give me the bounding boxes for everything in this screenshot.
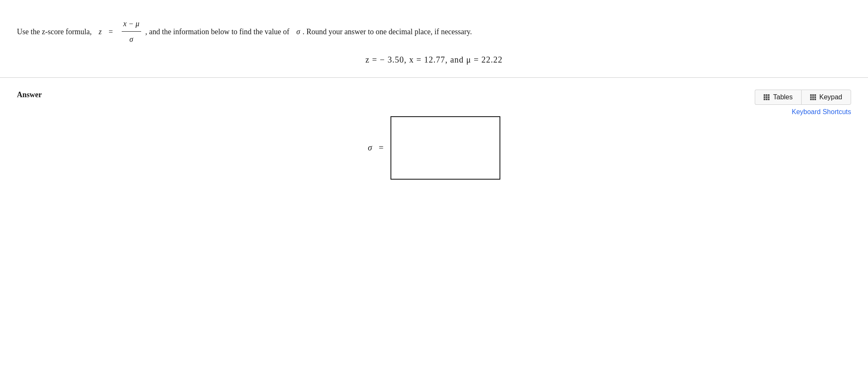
keyboard-shortcuts-link[interactable]: Keyboard Shortcuts — [792, 108, 851, 116]
problem-section: Use the z-score formula, z = x − μ σ , a… — [0, 0, 868, 78]
fraction-denominator: σ — [128, 32, 135, 46]
z-variable: z — [98, 25, 101, 38]
keypad-label: Keypad — [819, 93, 842, 101]
sigma-variable: σ — [296, 25, 300, 38]
equation-line: z = − 3.50, x = 12.77, and μ = 22.22 — [17, 55, 851, 65]
answer-label: Answer — [17, 90, 851, 99]
fraction: x − μ σ — [122, 17, 141, 46]
answer-section: Answer Tables — [0, 78, 868, 192]
toolbar-buttons: Tables Keypad Keyboard Shortcuts — [755, 90, 851, 116]
equation-text: z = − 3.50, x = 12.77, and μ = 22.22 — [366, 55, 503, 64]
tables-label: Tables — [773, 93, 792, 101]
equals-sign-1: = — [109, 25, 113, 38]
intro-text: Use the z-score formula, — [17, 25, 92, 38]
after-fraction-text: , and the information below to find the … — [145, 25, 289, 38]
sigma-input-label: σ — [368, 143, 372, 153]
keypad-button[interactable]: Keypad — [801, 90, 851, 105]
keypad-icon — [810, 94, 816, 100]
input-equals: = — [379, 143, 383, 153]
tables-button[interactable]: Tables — [755, 90, 801, 105]
problem-text: Use the z-score formula, z = x − μ σ , a… — [17, 17, 851, 46]
toolbar-row: Tables Keypad — [755, 90, 851, 105]
tables-icon — [764, 94, 770, 100]
answer-input[interactable] — [390, 116, 500, 180]
input-area: σ = — [17, 116, 851, 180]
fraction-numerator: x − μ — [122, 17, 141, 32]
period: . Round your answer to one decimal place… — [303, 25, 472, 38]
